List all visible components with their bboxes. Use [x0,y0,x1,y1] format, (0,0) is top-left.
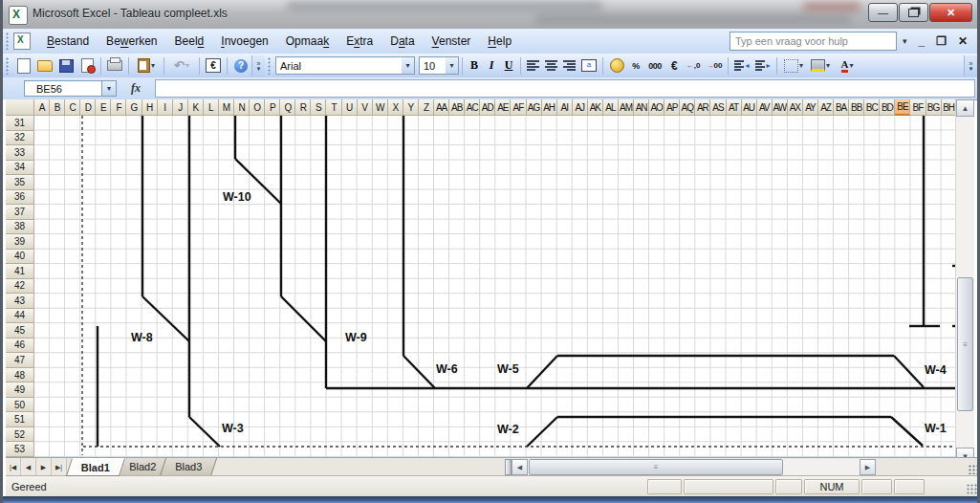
help-button[interactable]: ? [230,56,251,76]
column-header-BC[interactable]: BC [864,99,880,116]
next-sheet-button[interactable]: ▶ [36,458,52,476]
last-sheet-button[interactable]: ▶| [52,458,67,476]
name-box[interactable]: BE56 [24,80,102,97]
row-header-31[interactable]: 31 [6,116,34,131]
column-header-AA[interactable]: AA [434,99,449,116]
menu-bewerken[interactable]: Bewerken [98,31,165,52]
column-header-K[interactable]: K [188,99,204,116]
column-header-U[interactable]: U [342,99,358,116]
sheet-tab-blad1[interactable]: Blad1 [66,458,125,476]
column-header-BG[interactable]: BG [926,99,942,116]
column-header-X[interactable]: X [388,99,403,116]
row-header-48[interactable]: 48 [6,368,34,383]
column-header-AO[interactable]: AO [649,99,664,116]
menu-invoegen[interactable]: Invoegen [212,31,276,52]
column-header-BD[interactable]: BD [880,99,895,116]
menu-venster[interactable]: Venster [424,31,480,52]
row-header-45[interactable]: 45 [6,323,34,339]
align-center-button[interactable] [542,56,560,76]
row-header-47[interactable]: 47 [6,353,34,368]
column-header-BB[interactable]: BB [849,99,864,116]
cells-area[interactable] [34,116,957,457]
scroll-right-button[interactable]: ▶ [860,459,876,475]
paste-button[interactable]: ▾ [132,56,161,76]
increase-indent-button[interactable]: ▸ [752,56,773,76]
new-button[interactable] [13,56,34,76]
row-header-32[interactable]: 32 [6,131,34,146]
select-all-corner[interactable] [6,99,34,116]
column-header-V[interactable]: V [358,99,373,116]
euro-format-button[interactable]: € [665,56,683,76]
name-box-dropdown-icon[interactable]: ▾ [102,80,117,97]
column-header-AU[interactable]: AU [742,99,757,116]
column-header-AG[interactable]: AG [527,99,542,116]
row-header-53[interactable]: 53 [6,442,34,457]
menu-extra[interactable]: Extra [338,31,381,52]
row-header-51[interactable]: 51 [6,412,34,427]
help-search-input[interactable]: Typ een vraag voor hulp [730,32,897,51]
workbook-minimize-button[interactable]: _ [912,34,930,48]
undo-button[interactable]: ↶▾ [167,56,196,76]
vertical-scroll-thumb[interactable]: ≡ [957,277,973,411]
row-header-52[interactable]: 52 [6,427,34,443]
column-header-B[interactable]: B [50,99,65,116]
row-header-34[interactable]: 34 [6,161,34,176]
decrease-indent-button[interactable]: ◂ [731,56,752,76]
column-header-O[interactable]: O [250,99,265,116]
column-header-AR[interactable]: AR [695,99,710,116]
fill-color-button[interactable]: ▾ [807,56,834,76]
row-header-35[interactable]: 35 [6,175,34,190]
column-header-BE[interactable]: BE [895,99,910,116]
column-header-H[interactable]: H [142,99,158,116]
column-header-AP[interactable]: AP [664,99,680,116]
column-header-C[interactable]: C [65,99,80,116]
toolbar-drag-handle[interactable] [6,33,10,50]
percent-button[interactable]: % [627,56,644,76]
align-left-button[interactable] [524,56,542,76]
toolbar-options-chevron[interactable]: »▾ [964,55,977,77]
column-header-W[interactable]: W [373,99,388,116]
window-resize-grip[interactable] [967,484,978,495]
column-header-AN[interactable]: AN [634,99,649,116]
column-header-J[interactable]: J [173,99,188,116]
font-color-button[interactable]: A▾ [834,56,860,76]
menu-bestand[interactable]: Bestand [38,31,98,52]
open-button[interactable] [34,56,55,76]
horizontal-scroll-thumb[interactable]: ≡ [529,459,783,475]
toolbar-options-chevron[interactable]: »▾ [251,55,265,77]
save-button[interactable] [55,56,76,76]
row-header-50[interactable]: 50 [6,398,34,413]
column-header-AI[interactable]: AI [557,99,573,116]
row-header-38[interactable]: 38 [6,220,34,235]
standard-toolbar-handle[interactable] [6,57,10,75]
column-header-F[interactable]: F [111,99,126,116]
row-header-40[interactable]: 40 [6,250,34,265]
borders-button[interactable]: ▾ [780,56,807,76]
bold-button[interactable]: B [466,56,483,76]
column-header-BF[interactable]: BF [910,99,926,116]
column-header-G[interactable]: G [126,99,142,116]
prev-sheet-button[interactable]: ◀ [21,458,36,476]
column-header-AB[interactable]: AB [449,99,465,116]
tab-split-handle[interactable] [505,459,512,475]
decrease-decimal-button[interactable]: →00 [704,56,725,76]
row-header-44[interactable]: 44 [6,309,34,324]
row-header-37[interactable]: 37 [6,205,34,220]
column-header-AL[interactable]: AL [603,99,619,116]
align-right-button[interactable] [560,56,578,76]
help-dropdown-icon[interactable]: ▾ [897,36,913,46]
column-header-BA[interactable]: BA [834,99,849,116]
vertical-scrollbar[interactable]: ▲ ≡ ▼ [955,99,974,465]
underline-button[interactable]: U [500,56,517,76]
column-header-AV[interactable]: AV [757,99,773,116]
column-header-L[interactable]: L [204,99,219,116]
formatting-toolbar-handle[interactable] [268,57,272,75]
euro-converter-button[interactable]: € [203,56,224,76]
workbook-restore-button[interactable]: ❐ [930,34,952,48]
italic-button[interactable]: I [483,56,500,76]
workbook-close-button[interactable]: ✕ [952,34,973,48]
column-header-AZ[interactable]: AZ [818,99,834,116]
column-header-AY[interactable]: AY [803,99,818,116]
row-header-42[interactable]: 42 [6,279,34,295]
row-header-33[interactable]: 33 [6,145,34,161]
